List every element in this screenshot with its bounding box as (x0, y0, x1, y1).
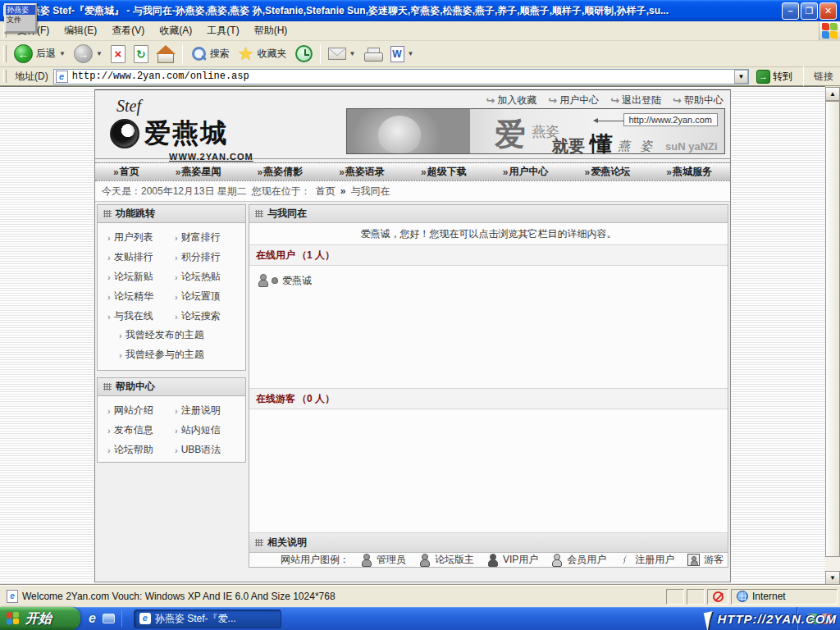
online-guests-header: 在线游客 （0 人） (249, 389, 728, 409)
fragment-body: 文件 (6, 15, 35, 31)
menu-item[interactable]: 收藏(A) (152, 21, 199, 40)
sidebar-link[interactable]: › 发布信息 (107, 423, 175, 437)
start-button[interactable]: 开始 (0, 607, 80, 630)
sidebar-link[interactable]: › 与我在线 (107, 309, 175, 323)
privacy-blocked-panel[interactable] (707, 589, 728, 605)
scroll-down-button[interactable]: ▼ (825, 571, 840, 585)
mail-button[interactable]: ▼ (324, 46, 360, 62)
header-link[interactable]: ↪ 加入收藏 (486, 94, 536, 107)
header-link[interactable]: ↪ 退出登陆 (610, 94, 661, 107)
sidebar-link[interactable]: › UBB语法 (175, 443, 242, 457)
history-button[interactable] (291, 43, 317, 64)
sidebar-link[interactable]: › 发贴排行 (107, 250, 175, 264)
mail-dropdown-icon[interactable]: ▼ (349, 50, 356, 57)
breadcrumb-home-link[interactable]: 首页 (316, 185, 336, 199)
favorites-star-icon: ★ (238, 46, 254, 62)
menu-item[interactable]: 查看(V) (104, 21, 152, 40)
sidebar-wide-links: › 我曾经发布的主题 › 我曾经参与的主题 (98, 328, 245, 370)
guest-icon (687, 554, 700, 566)
bullet-icon: › (175, 253, 178, 262)
scroll-up-button[interactable]: ▲ (825, 87, 840, 101)
nav-item-label: 燕姿倩影 (263, 165, 303, 179)
moderator-icon (419, 554, 431, 566)
task-button[interactable]: e 孙燕姿 Stef-『爱... (134, 609, 281, 628)
restore-button[interactable]: ❐ (801, 2, 818, 20)
print-button[interactable] (360, 46, 386, 62)
sidebar-link[interactable]: › 财富排行 (175, 231, 242, 244)
link-arrow-icon: ↪ (548, 94, 557, 107)
header-link[interactable]: ↪ 帮助中心 (673, 94, 724, 107)
links-toolbar-label[interactable]: 链接 (807, 70, 840, 84)
user-legend-row: 网站用户图例： 管理员 论坛版主 (249, 553, 728, 567)
nav-item[interactable]: » 爱燕论坛 (585, 165, 631, 179)
toolbar-grip[interactable] (3, 70, 7, 82)
home-button[interactable] (153, 44, 179, 64)
address-dropdown-button[interactable]: ▼ (734, 70, 748, 84)
back-button[interactable]: ← 后退 ▼ (10, 43, 70, 65)
sidebar-link[interactable]: › 论坛新贴 (107, 270, 175, 284)
quick-launch-ie-icon[interactable]: e (89, 611, 96, 626)
sidebar-link-label: 发贴排行 (114, 250, 153, 264)
main-panel: 与我同在 爱燕诚，您好！您现在可以点击浏览其它栏目的详细内容。 在线用户 （1 … (249, 204, 728, 568)
nav-item[interactable]: » 燕姿语录 (339, 165, 385, 179)
forward-button[interactable]: → ▼ (70, 43, 107, 65)
nav-item[interactable]: » 燕姿倩影 (258, 165, 304, 179)
nav-item-label: 燕城服务 (673, 165, 712, 179)
banner-url-box: http://www.2yan.com (623, 113, 719, 126)
sidebar-link[interactable]: › 用户列表 (107, 231, 175, 244)
forward-dropdown-icon[interactable]: ▼ (96, 50, 103, 57)
sidebar-link[interactable]: › 我曾经参与的主题 (119, 348, 242, 362)
nav-item[interactable]: » 用户中心 (503, 165, 549, 179)
online-users-label: 在线用户 (256, 249, 295, 262)
edit-with-word-button[interactable]: W ▼ (386, 44, 418, 64)
sidebar-link-label: 论坛热贴 (181, 270, 221, 284)
banner-latin-text: suN yaNZi (665, 140, 718, 153)
header-link-label: 帮助中心 (684, 94, 724, 107)
menu-item[interactable]: 工具(T) (199, 21, 246, 40)
sidebar-link[interactable]: › 论坛搜索 (175, 309, 242, 323)
chevron-icon: » (113, 167, 119, 178)
header-link[interactable]: ↪ 用户中心 (548, 94, 599, 107)
scrollbar-thumb[interactable] (825, 101, 840, 557)
sidebar-link[interactable]: › 注册说明 (175, 404, 242, 418)
menu-item[interactable]: 编辑(E) (57, 21, 104, 40)
minimize-button[interactable]: – (782, 2, 799, 20)
legend-item-label: 游客 (704, 553, 724, 567)
online-user-name[interactable]: 爱燕诚 (282, 274, 312, 288)
sidebar-link[interactable]: › 论坛精华 (107, 290, 175, 304)
site-url-text[interactable]: WWW.2YAN.COM (169, 152, 299, 162)
sidebar-link[interactable]: › 网站介绍 (107, 404, 175, 418)
sidebar-link[interactable]: › 论坛热贴 (175, 270, 242, 284)
address-input[interactable] (53, 69, 749, 84)
menu-item[interactable]: 帮助(H) (247, 21, 295, 40)
nav-item[interactable]: » 燕姿星闻 (176, 165, 221, 179)
status-text: Welcome 2Yan.com Vouch: Windows XP And I… (22, 591, 664, 602)
sidebar-box-functions: 功能跳转 › 用户列表 › 财富排行 (97, 204, 246, 371)
site-logo[interactable]: Stef 爱燕城 WWW.2YAN.COM (110, 97, 299, 162)
toolbar-grip[interactable] (3, 45, 7, 63)
nav-item[interactable]: » 超级下载 (421, 165, 467, 179)
sidebar-link-label: 发布信息 (114, 423, 153, 437)
close-button[interactable]: ✕ (819, 2, 837, 20)
quick-launch-desktop-icon[interactable] (103, 614, 115, 623)
sidebar-link[interactable]: › 站内短信 (175, 423, 242, 437)
search-button[interactable]: 搜索 (186, 44, 234, 64)
back-dropdown-icon[interactable]: ▼ (59, 50, 66, 57)
promo-banner[interactable]: 爱 燕姿 就要 懂 燕 姿 suN yaNZi http://www.2yan.… (346, 108, 725, 154)
nav-item[interactable]: » 燕城服务 (666, 165, 712, 179)
go-button[interactable]: → 转到 (752, 69, 797, 84)
sidebar-link[interactable]: › 我曾经发布的主题 (119, 328, 242, 342)
sidebar-link[interactable]: › 论坛帮助 (107, 443, 175, 457)
nav-item[interactable]: » 首页 (113, 165, 139, 179)
word-dropdown-icon[interactable]: ▼ (408, 50, 414, 57)
sidebar-link[interactable]: › 积分排行 (175, 250, 242, 264)
stop-button[interactable]: × (107, 43, 130, 65)
bullet-icon: › (175, 426, 178, 436)
sidebar-link[interactable]: › 论坛置顶 (175, 290, 242, 304)
sidebar-links: › 用户列表 › 财富排行 › 发贴排行 (98, 223, 245, 328)
vertical-scrollbar[interactable]: ▲ ▼ (825, 87, 840, 585)
favorites-button[interactable]: ★ 收藏夹 (234, 44, 291, 64)
refresh-button[interactable]: ↻ (130, 43, 153, 65)
sidebar: 功能跳转 › 用户列表 › 财富排行 (97, 204, 246, 568)
taskbar: 开始 e e 孙燕姿 Stef-『爱... HTTP://2YAN.COM (0, 607, 840, 630)
